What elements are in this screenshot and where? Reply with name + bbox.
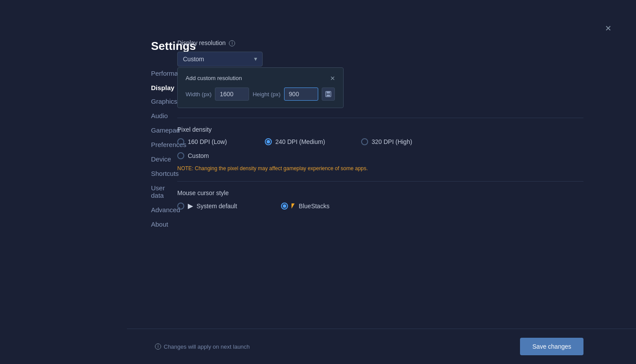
dpi-160-label: 160 DPI (Low): [188, 138, 227, 145]
dpi-custom-option[interactable]: Custom: [177, 152, 583, 159]
footer-info-icon: i: [155, 343, 161, 350]
dpi-240-label: 240 DPI (Medium): [275, 138, 325, 145]
system-cursor-icon: ▶: [188, 202, 193, 210]
settings-container: ✕ Settings Performance Display Graphics …: [0, 0, 636, 364]
custom-box-close-button[interactable]: ✕: [330, 75, 335, 81]
dpi-160-option[interactable]: 160 DPI (Low): [177, 138, 265, 145]
resolution-select[interactable]: Custom 1280x720 1920x1080: [177, 52, 263, 66]
cursor-system-label: System default: [197, 203, 237, 210]
mouse-cursor-label: Mouse cursor style: [177, 189, 583, 196]
cursor-system-option[interactable]: ▶ System default: [177, 202, 237, 210]
main-content: Settings Performance Display Graphics Au…: [0, 0, 636, 329]
cursor-system-radio[interactable]: [177, 203, 184, 210]
save-icon: [325, 91, 331, 97]
svg-rect-1: [327, 91, 330, 94]
width-label: Width (px): [186, 91, 211, 98]
resolution-label: Display resolution i: [177, 39, 583, 46]
save-changes-button[interactable]: Save changes: [520, 338, 583, 355]
custom-box-header: Add custom resolution ✕: [186, 75, 335, 81]
section-divider-2: [177, 181, 583, 182]
pixel-density-note: NOTE: Changing the pixel density may aff…: [177, 165, 583, 172]
height-label: Height (px): [253, 91, 281, 98]
pixel-density-options: 160 DPI (Low) 240 DPI (Medium) 320 DPI (…: [177, 138, 583, 159]
mouse-cursor-section: Mouse cursor style ▶ System default Blue…: [177, 189, 583, 210]
pixel-density-label: Pixel density: [177, 126, 583, 133]
custom-fields: Width (px) Height (px): [186, 88, 335, 101]
dpi-320-option[interactable]: 320 DPI (High): [361, 138, 449, 145]
footer-note-text: Changes will apply on next launch: [164, 343, 250, 350]
resolution-info-icon: i: [229, 40, 235, 46]
dpi-320-label: 320 DPI (High): [372, 138, 412, 145]
cursor-bluestacks-label: BlueStacks: [299, 203, 330, 210]
bluestacks-cursor-icon: [292, 203, 295, 209]
resolution-dropdown[interactable]: Custom 1280x720 1920x1080 ▼: [177, 52, 263, 66]
dpi-custom-radio[interactable]: [177, 152, 184, 159]
dpi-custom-label: Custom: [188, 152, 209, 159]
svg-rect-2: [327, 94, 330, 96]
pixel-density-section: Pixel density 160 DPI (Low) 240 DPI (Med…: [177, 126, 583, 172]
content-area: Display resolution i Custom 1280x720 192…: [151, 39, 636, 329]
width-input[interactable]: [215, 88, 249, 101]
dpi-320-radio[interactable]: [361, 138, 368, 145]
display-resolution-section: Display resolution i Custom 1280x720 192…: [177, 39, 583, 108]
height-input[interactable]: [284, 88, 318, 101]
close-button[interactable]: ✕: [603, 23, 613, 34]
footer-note: i Changes will apply on next launch: [153, 343, 250, 350]
dpi-240-option[interactable]: 240 DPI (Medium): [265, 138, 361, 145]
dpi-240-radio[interactable]: [265, 138, 272, 145]
section-divider-1: [177, 118, 583, 118]
cursor-bluestacks-option[interactable]: BlueStacks: [281, 203, 330, 210]
custom-resolution-box: Add custom resolution ✕ Width (px) Heigh…: [177, 67, 344, 108]
footer: i Changes will apply on next launch Save…: [127, 329, 636, 364]
dpi-160-radio[interactable]: [177, 138, 184, 145]
save-custom-resolution-button[interactable]: [322, 88, 335, 101]
custom-box-title: Add custom resolution: [186, 75, 242, 81]
sidebar: Settings Performance Display Graphics Au…: [0, 39, 151, 329]
cursor-options: ▶ System default BlueStacks: [177, 202, 583, 210]
cursor-bluestacks-radio[interactable]: [281, 203, 288, 210]
